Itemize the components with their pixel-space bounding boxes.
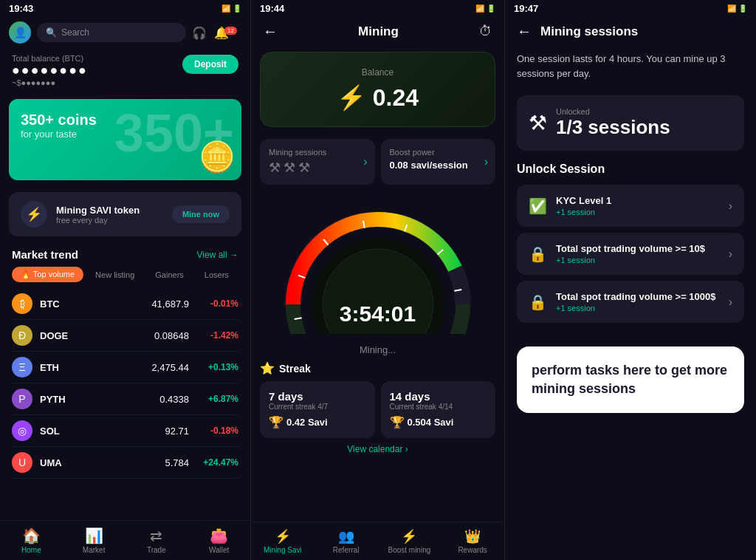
view-calendar-link[interactable]: View calendar › <box>260 438 495 460</box>
status-bar-home: 19:43 📶 🔋 <box>0 0 250 17</box>
kyc-title: KYC Level 1 <box>556 195 729 206</box>
home-header: 👤 🔍 Search 🎧 🔔12 <box>0 17 250 48</box>
coins-emoji: 🪙 <box>199 140 236 174</box>
nav-trade[interactable]: ⇄ Trade <box>126 521 188 560</box>
eth-logo: Ξ <box>12 357 32 378</box>
trophy-7-icon: 🏆 <box>269 415 284 429</box>
star-icon: ⭐ <box>260 361 275 375</box>
sessions-arrow: › <box>363 155 367 168</box>
nav-rewards-label: Rewards <box>458 546 487 554</box>
status-bar-sessions: 19:47 📶 🔋 <box>505 0 756 17</box>
search-bar[interactable]: 🔍 Search <box>37 23 186 42</box>
streak-section: ⭐ Streak 7 days Current streak 4/7 🏆 0.4… <box>260 361 495 460</box>
nav-boost-label: Boost mining <box>388 546 430 554</box>
deposit-button[interactable]: Deposit <box>182 55 238 74</box>
nav-mining-savi[interactable]: ⚡ Mining Savi <box>251 522 315 560</box>
reward-14-val: 0.504 Savi <box>408 417 454 428</box>
coin-row-doge[interactable]: Ð DOGE 0.08648 -1.42% <box>12 320 238 352</box>
streak-7-reward: 🏆 0.42 Savi <box>269 415 366 429</box>
sol-logo: ◎ <box>12 420 32 441</box>
btc-change: -0.01% <box>198 298 238 309</box>
trading-10-sub: +1 session <box>556 256 729 264</box>
nav-rewards[interactable]: 👑 Rewards <box>441 522 504 560</box>
nav-home-label: Home <box>21 546 41 554</box>
uma-name: UMA <box>40 457 165 468</box>
sessions-page-header: ← Mining sessions <box>505 17 756 46</box>
btc-name: BTC <box>40 298 151 310</box>
tab-new-listing[interactable]: New listing <box>86 267 143 282</box>
home-bottom-nav: 🏠 Home 📊 Market ⇄ Trade 👛 Wallet <box>0 520 250 560</box>
streak-7-days: 7 days <box>269 390 366 403</box>
mining-page-title: Mining <box>358 24 399 39</box>
mining-page-header: ← Mining ⏱ <box>251 17 504 46</box>
search-placeholder: Search <box>61 27 89 38</box>
tab-losers[interactable]: Losers <box>196 267 238 282</box>
mining-card[interactable]: ⚡ Mining SAVI token free every day Mine … <box>9 192 241 236</box>
promo-banner[interactable]: 350+ coins for your taste 350+ 🪙 <box>9 99 241 180</box>
trophy-14-icon: 🏆 <box>390 415 405 429</box>
uma-price: 5.784 <box>165 457 189 468</box>
balance-value: ●●●●●●●● <box>12 63 88 78</box>
mining-card-sub: free every day <box>56 216 163 225</box>
view-all-link[interactable]: View all → <box>197 250 238 260</box>
mining-bottom-nav: ⚡ Mining Savi 👥 Referral ⚡ Boost mining … <box>251 522 504 560</box>
nav-wallet-label: Wallet <box>209 546 229 554</box>
bell-icon[interactable]: 🔔12 <box>214 26 241 40</box>
nav-boost-mining[interactable]: ⚡ Boost mining <box>378 522 441 560</box>
streak-7-card[interactable]: 7 days Current streak 4/7 🏆 0.42 Savi <box>260 381 375 438</box>
sessions-count-card: ⚒ Unlocked 1/3 sessions <box>517 95 744 151</box>
streak-14-reward: 🏆 0.504 Savi <box>390 415 487 429</box>
coin-row-uma[interactable]: U UMA 5.784 +24.47% <box>12 447 238 479</box>
coin-row-btc[interactable]: ₿ BTC 41,687.9 -0.01% <box>12 288 238 320</box>
coin-row-eth[interactable]: Ξ ETH 2,475.44 +0.13% <box>12 352 238 383</box>
doge-change: -1.42% <box>198 330 238 341</box>
pickaxe-icon: ⚒ <box>529 111 547 135</box>
mining-back-button[interactable]: ← <box>263 23 278 40</box>
unlock-section: Unlock Session ✅ KYC Level 1 +1 session … <box>505 157 756 335</box>
mine-now-button[interactable]: Mine now <box>172 205 230 223</box>
trading-1000-sub: +1 session <box>556 304 729 313</box>
streak-14-sub: Current streak 4/14 <box>390 403 487 411</box>
sessions-panel: 19:47 📶 🔋 ← Mining sessions One session … <box>505 0 756 560</box>
time-home: 19:43 <box>9 3 33 14</box>
mining-card-title: Mining SAVI token <box>56 205 163 216</box>
eth-change: +0.13% <box>198 362 238 372</box>
boost-mining-icon: ⚡ <box>401 528 417 544</box>
streak-14-days: 14 days <box>390 390 487 403</box>
nav-wallet[interactable]: 👛 Wallet <box>188 521 250 560</box>
coin-row-pyth[interactable]: P PYTH 0.4338 +6.87% <box>12 383 238 415</box>
history-icon[interactable]: ⏱ <box>479 24 492 39</box>
uma-logo: U <box>12 452 32 473</box>
unlock-kyc-item[interactable]: ✅ KYC Level 1 +1 session › <box>517 185 744 227</box>
nav-market[interactable]: 📊 Market <box>63 521 126 560</box>
pyth-name: PYTH <box>40 394 159 405</box>
boost-power-stat[interactable]: Boost power 0.08 savi/session › <box>381 139 496 185</box>
market-header: Market trend View all → <box>12 248 238 261</box>
streak-14-card[interactable]: 14 days Current streak 4/14 🏆 0.504 Savi <box>381 381 496 438</box>
sessions-back-button[interactable]: ← <box>517 23 532 40</box>
market-title: Market trend <box>12 248 78 261</box>
avatar[interactable]: 👤 <box>9 21 31 44</box>
unlock-trading-1000-item[interactable]: 🔒 Total spot trading volume >= 1000$ +1 … <box>517 281 744 323</box>
referral-icon: 👥 <box>338 528 354 544</box>
trading-1000-chevron-icon: › <box>729 296 732 309</box>
uma-change: +24.47% <box>198 457 238 468</box>
coin-row-sol[interactable]: ◎ SOL 92.71 -0.18% <box>12 415 238 447</box>
market-tabs: 🔥 Top volume New listing Gainers Losers <box>12 267 238 282</box>
mining-sessions-stat[interactable]: Mining sessions ⚒ ⚒ ⚒ › <box>260 139 375 185</box>
nav-referral-label: Referral <box>333 546 360 554</box>
tooltip-box: perform tasks here to get more mining se… <box>517 346 744 413</box>
headphones-icon[interactable]: 🎧 <box>192 26 207 40</box>
mining-panel: 19:44 📶 🔋 ← Mining ⏱ Balance ⚡ 0.24 Mini… <box>251 0 505 560</box>
rewards-icon: 👑 <box>464 528 481 544</box>
btc-logo: ₿ <box>12 293 32 314</box>
nav-referral[interactable]: 👥 Referral <box>315 522 378 560</box>
tab-gainers[interactable]: Gainers <box>146 267 193 282</box>
kyc-sub: +1 session <box>556 208 729 216</box>
tab-top-volume[interactable]: 🔥 Top volume <box>12 267 83 282</box>
nav-home[interactable]: 🏠 Home <box>0 521 63 560</box>
streak-title: Streak <box>279 363 311 375</box>
trading-10-chevron-icon: › <box>729 247 732 261</box>
btc-price: 41,687.9 <box>151 298 189 310</box>
unlock-trading-10-item[interactable]: 🔒 Total spot trading volume >= 10$ +1 se… <box>517 233 744 275</box>
